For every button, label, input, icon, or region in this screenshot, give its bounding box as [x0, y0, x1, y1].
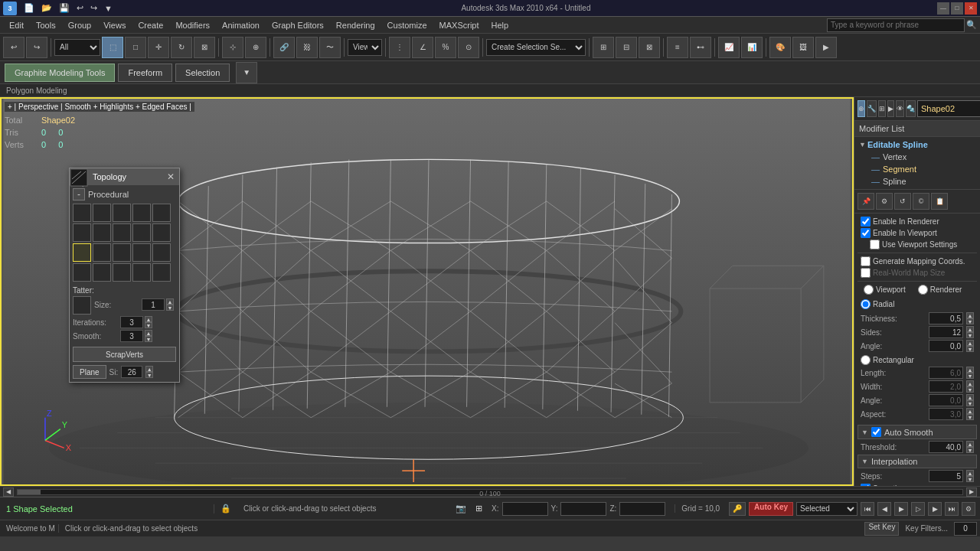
angle-input[interactable] — [929, 340, 963, 352]
scroll-track[interactable]: 0 / 100 — [17, 489, 963, 495]
prev-key-btn[interactable]: ◀ — [877, 502, 891, 516]
length-input[interactable] — [929, 367, 963, 379]
render-scene-btn[interactable]: 🖼 — [792, 37, 814, 58]
quick-render-btn[interactable]: ▶ — [815, 37, 837, 58]
x-coord-input[interactable] — [502, 502, 548, 516]
reference-coord-btn[interactable]: ⊹ — [222, 37, 243, 58]
menu-graph-editors[interactable]: Graph Editors — [266, 19, 330, 31]
schematic-view-btn[interactable]: ⊷ — [690, 37, 711, 58]
graphite-expand-btn[interactable]: ▼ — [236, 62, 257, 83]
sides-down[interactable]: ▼ — [966, 332, 974, 338]
redo-btn[interactable]: ↪ — [88, 2, 100, 14]
menu-create[interactable]: Create — [132, 19, 169, 31]
lock-btn[interactable]: 🔒 — [214, 504, 237, 514]
select-region-btn[interactable]: □ — [125, 37, 146, 58]
menu-edit[interactable]: Edit — [3, 19, 30, 31]
aspect-up[interactable]: ▲ — [966, 408, 974, 414]
z-coord-input[interactable] — [619, 502, 665, 516]
frame-input[interactable] — [954, 522, 977, 536]
angle-snap-btn[interactable]: ∠ — [412, 37, 433, 58]
maximize-btn[interactable]: □ — [951, 2, 963, 15]
graphite-tab-freeform[interactable]: Freeform — [118, 64, 172, 82]
sides-up[interactable]: ▲ — [966, 326, 974, 332]
menu-views[interactable]: Views — [97, 19, 132, 31]
editable-spline-item[interactable]: ▼ Editable Spline — [856, 139, 978, 151]
display-tab-btn[interactable]: 👁 — [896, 100, 904, 117]
utilities-tab-btn[interactable]: 🔩 — [906, 100, 916, 117]
menu-animation[interactable]: Animation — [216, 19, 266, 31]
new-btn[interactable]: 📄 — [21, 2, 37, 14]
graphite-tab-modeling[interactable]: Graphite Modeling Tools — [5, 64, 115, 82]
spline-item[interactable]: — Spline — [856, 175, 978, 187]
width-down[interactable]: ▼ — [966, 386, 974, 393]
link-btn[interactable]: 🔗 — [273, 37, 295, 58]
save-btn[interactable]: 💾 — [57, 2, 72, 14]
mirror-btn[interactable]: ⊞ — [593, 37, 614, 58]
sides-input[interactable] — [929, 326, 963, 338]
create-tab-btn[interactable]: ⊕ — [858, 100, 865, 117]
enable-renderer-check[interactable] — [861, 217, 871, 227]
rotate-btn[interactable]: ↻ — [171, 37, 192, 58]
vertex-item[interactable]: — Vertex — [856, 151, 978, 163]
menu-customize[interactable]: Customize — [381, 19, 433, 31]
undo-toolbar-btn[interactable]: ↩ — [3, 37, 24, 58]
time-config-btn[interactable]: ⚙ — [962, 502, 975, 516]
gen-mapping-check[interactable] — [861, 256, 871, 266]
play-selected-btn[interactable]: ▷ — [911, 502, 925, 516]
shape-name-field[interactable] — [917, 100, 980, 117]
configure-btn[interactable]: ⚙ — [876, 193, 893, 210]
minimize-btn[interactable]: — — [937, 2, 949, 15]
threshold-down[interactable]: ▼ — [966, 447, 974, 453]
use-selection-center[interactable]: ⊕ — [245, 37, 266, 58]
steps-down[interactable]: ▼ — [966, 476, 974, 482]
y-coord-input[interactable] — [560, 502, 606, 516]
thickness-up[interactable]: ▲ — [966, 312, 974, 318]
interpolation-header[interactable]: ▼ Interpolation — [858, 455, 977, 468]
rectangular-radio[interactable] — [861, 355, 871, 365]
angle2-input[interactable] — [929, 394, 963, 406]
search-icon[interactable]: 🔍 — [966, 20, 977, 30]
paste-btn[interactable]: 📋 — [931, 193, 948, 210]
spinner-snap-btn[interactable]: ⊙ — [458, 37, 479, 58]
menu-help[interactable]: Help — [485, 19, 515, 31]
undo-btn[interactable]: ↩ — [74, 2, 86, 14]
view-combo[interactable]: View — [348, 39, 382, 56]
auto-key-btn[interactable]: Auto Key — [749, 502, 793, 516]
extra-btn[interactable]: ▼ — [102, 3, 115, 14]
pin-btn[interactable]: 📌 — [858, 193, 874, 210]
move-btn[interactable]: ✛ — [148, 37, 169, 58]
steps-up[interactable]: ▲ — [966, 470, 974, 476]
viewport-radio[interactable] — [864, 285, 874, 295]
menu-rendering[interactable]: Rendering — [330, 19, 381, 31]
select-btn[interactable]: ⬚ — [102, 37, 123, 58]
key-filters-btn[interactable]: Key Filters... — [902, 524, 951, 533]
prev-frame-btn[interactable]: ⏮ — [861, 502, 874, 516]
align-btn[interactable]: ⊟ — [616, 37, 637, 58]
angle-down[interactable]: ▼ — [966, 346, 974, 352]
motion-tab-btn[interactable]: ▶ — [887, 100, 894, 117]
selection-combo[interactable]: Create Selection Se... — [486, 39, 586, 56]
auto-smooth-header[interactable]: ▼ Auto Smooth — [858, 425, 977, 439]
next-frame-btn[interactable]: ⏭ — [945, 502, 959, 516]
modify-tab-btn[interactable]: 🔧 — [867, 100, 877, 117]
width-up[interactable]: ▲ — [966, 380, 974, 386]
selection-filter-combo[interactable]: All — [54, 39, 100, 56]
interp-smooth-check[interactable] — [861, 484, 871, 486]
graphite-tab-selection[interactable]: Selection — [175, 64, 230, 82]
scroll-thumb[interactable] — [18, 490, 41, 494]
radial-radio[interactable] — [861, 299, 871, 309]
snap-3d-btn[interactable]: ⋮ — [389, 37, 410, 58]
modifier-list-label[interactable]: Modifier List — [854, 121, 980, 137]
length-up[interactable]: ▲ — [966, 367, 974, 373]
menu-group[interactable]: Group — [62, 19, 98, 31]
thickness-down[interactable]: ▼ — [966, 318, 974, 324]
auto-smooth-check[interactable] — [871, 427, 881, 437]
dope-sheet-btn[interactable]: 📊 — [741, 37, 763, 58]
key-lock-btn[interactable]: 🔑 — [729, 502, 746, 516]
hierarchy-tab-btn[interactable]: ⊞ — [878, 100, 886, 117]
steps-input[interactable] — [929, 470, 963, 482]
material-editor-btn[interactable]: 🎨 — [769, 37, 791, 58]
manage-layers-btn[interactable]: ≡ — [667, 37, 688, 58]
aspect-down[interactable]: ▼ — [966, 414, 974, 420]
menu-tools[interactable]: Tools — [30, 19, 62, 31]
